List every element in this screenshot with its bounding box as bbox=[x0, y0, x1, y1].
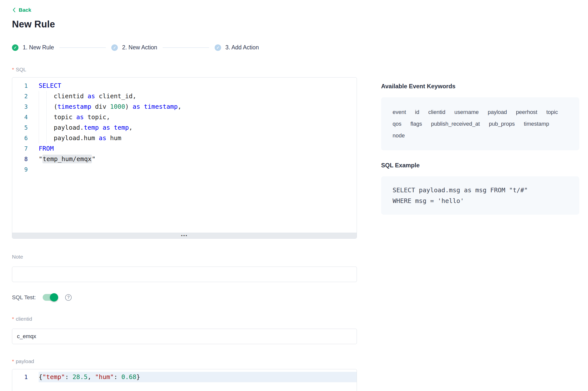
required-asterisk: * bbox=[12, 358, 14, 364]
clientid-label-text: clientid bbox=[16, 316, 32, 322]
code-content: clientid as client_id, bbox=[39, 91, 357, 101]
toggle-knob bbox=[50, 293, 58, 301]
code-content: FROM bbox=[39, 143, 357, 154]
code-line: 4 topic as topic, bbox=[12, 112, 357, 122]
code-token: temp_hum/emqx bbox=[42, 155, 92, 163]
keyword-item: peerhost bbox=[516, 106, 537, 118]
note-field-label: Note bbox=[12, 254, 357, 260]
line-number: 4 bbox=[12, 112, 28, 122]
code-line: 3 (timestamp div 1000) as timestamp, bbox=[12, 101, 357, 112]
code-token: timestamp bbox=[144, 103, 178, 110]
stepper-step-3[interactable]: ✓3. Add Action bbox=[215, 44, 259, 51]
sql-field-label: *SQL bbox=[12, 66, 357, 73]
code-token: ( bbox=[39, 103, 57, 110]
sql-example-box: SELECT payload.msg as msg FROM "t/#"WHER… bbox=[381, 176, 579, 215]
code-line: 1SELECT bbox=[12, 81, 357, 91]
sql-editor: 1SELECT2 clientid as client_id,3 (timest… bbox=[12, 77, 357, 239]
code-token: 1000 bbox=[110, 103, 125, 110]
line-number: 2 bbox=[12, 91, 28, 101]
back-chevron-icon bbox=[12, 7, 16, 13]
code-token bbox=[99, 124, 103, 131]
code-token: } bbox=[136, 373, 140, 381]
note-label-text: Note bbox=[12, 254, 23, 260]
code-token: " bbox=[92, 155, 96, 163]
code-content: payload.hum as hum bbox=[39, 133, 357, 143]
sql-example-line: SELECT payload.msg as msg FROM "t/#" bbox=[393, 185, 568, 196]
sql-editor-resize-handle[interactable]: ••• bbox=[12, 233, 357, 238]
keyword-item: event bbox=[393, 106, 406, 118]
stepper-step-2[interactable]: ✓2. New Action bbox=[111, 44, 157, 51]
payload-label-text: payload bbox=[16, 358, 34, 364]
code-token: 0.68 bbox=[121, 373, 136, 381]
step-label: 3. Add Action bbox=[225, 44, 259, 51]
code-token: clientid bbox=[39, 93, 88, 100]
keyword-item: publish_received_at bbox=[431, 118, 480, 130]
rule-form: *SQL 1SELECT2 clientid as client_id,3 (t… bbox=[12, 66, 357, 391]
line-number: 5 bbox=[12, 122, 28, 133]
new-rule-page: Back New Rule ✓1. New Rule✓2. New Action… bbox=[0, 0, 588, 391]
code-line: 2 clientid as client_id, bbox=[12, 91, 357, 101]
code-token: "hum" bbox=[95, 373, 114, 381]
step-connector bbox=[59, 47, 106, 48]
stepper-step-1[interactable]: ✓1. New Rule bbox=[12, 44, 54, 51]
code-token: " bbox=[39, 155, 42, 163]
code-content: "temp_hum/emqx" bbox=[39, 154, 357, 164]
code-line: 6 payload.hum as hum bbox=[12, 133, 357, 143]
code-token: , bbox=[129, 124, 133, 131]
keyword-item: id bbox=[415, 106, 419, 118]
resize-dots-icon: ••• bbox=[181, 234, 188, 237]
code-token: : bbox=[114, 373, 121, 381]
clientid-input[interactable] bbox=[12, 329, 357, 344]
code-line: 5 payload.temp as temp, bbox=[12, 122, 357, 133]
sql-test-toggle[interactable] bbox=[43, 294, 58, 301]
sql-editor-body[interactable]: 1SELECT2 clientid as client_id,3 (timest… bbox=[12, 78, 357, 233]
code-token: "temp" bbox=[42, 373, 65, 381]
stepper: ✓1. New Rule✓2. New Action✓3. Add Action bbox=[12, 44, 579, 51]
code-token: hum bbox=[106, 134, 121, 142]
line-number: 1 bbox=[12, 372, 28, 382]
code-line: 8"temp_hum/emqx" bbox=[12, 154, 357, 164]
code-token bbox=[110, 124, 114, 131]
code-content: {"temp": 28.5, "hum": 0.68} bbox=[39, 372, 357, 382]
sql-label-text: SQL bbox=[16, 67, 26, 72]
required-asterisk: * bbox=[12, 67, 14, 72]
code-token: as bbox=[88, 93, 95, 100]
code-line: 7FROM bbox=[12, 143, 357, 154]
code-token: topic bbox=[39, 113, 76, 121]
code-token: temp bbox=[84, 124, 99, 131]
code-token bbox=[140, 103, 144, 110]
code-token: as bbox=[99, 134, 106, 142]
payload-editor: 1{"temp": 28.5, "hum": 0.68} bbox=[12, 369, 357, 391]
step-label: 1. New Rule bbox=[23, 44, 54, 51]
required-asterisk: * bbox=[12, 316, 14, 322]
payload-editor-body[interactable]: 1{"temp": 28.5, "hum": 0.68} bbox=[12, 369, 357, 391]
code-token: 28.5 bbox=[72, 373, 87, 381]
code-line: 9 bbox=[12, 164, 357, 175]
keyword-item: qos bbox=[393, 118, 401, 130]
payload-field-label: *payload bbox=[12, 358, 357, 365]
help-icon[interactable]: ? bbox=[65, 294, 72, 301]
help-glyph: ? bbox=[67, 295, 70, 300]
keywords-box: eventidclientidusernamepayloadpeerhostto… bbox=[381, 97, 579, 150]
back-link[interactable]: Back bbox=[12, 7, 31, 13]
code-content: SELECT bbox=[39, 81, 357, 91]
keyword-item: timestamp bbox=[524, 118, 549, 130]
clientid-field-label: *clientid bbox=[12, 316, 357, 322]
code-content: (timestamp div 1000) as timestamp, bbox=[39, 101, 357, 112]
line-number: 7 bbox=[12, 143, 28, 154]
keyword-item: flags bbox=[410, 118, 422, 130]
step-connector bbox=[163, 47, 209, 48]
keyword-item: username bbox=[454, 106, 479, 118]
line-number: 1 bbox=[12, 81, 28, 91]
keyword-item: topic bbox=[546, 106, 558, 118]
code-token: as bbox=[133, 103, 140, 110]
code-token: payload. bbox=[39, 124, 84, 131]
sql-example-line: WHERE msg = 'hello' bbox=[393, 196, 568, 206]
code-token: temp bbox=[114, 124, 129, 131]
code-content: payload.temp as temp, bbox=[39, 122, 357, 133]
code-token: : bbox=[65, 373, 72, 381]
line-number: 9 bbox=[12, 164, 28, 175]
note-input[interactable] bbox=[12, 267, 357, 282]
code-token: ) bbox=[125, 103, 133, 110]
code-token: SELECT bbox=[39, 82, 61, 89]
